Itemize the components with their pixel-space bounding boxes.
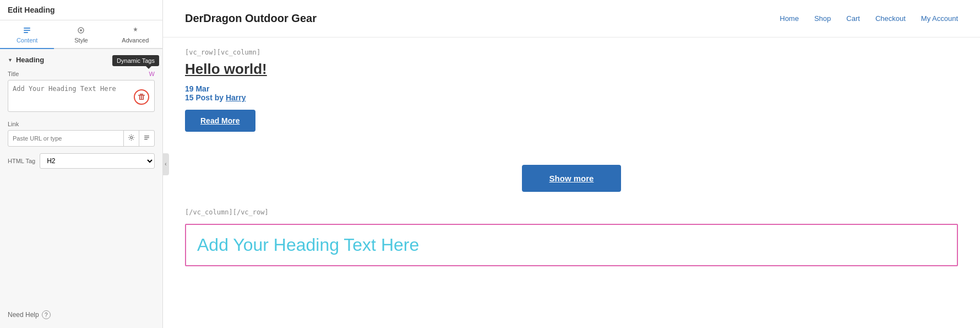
need-help-label: Need Help bbox=[8, 311, 39, 319]
title-label: Title bbox=[8, 71, 19, 77]
nav-link-myaccount[interactable]: My Account bbox=[921, 14, 958, 23]
post-title: Hello world! bbox=[185, 61, 958, 78]
list-icon bbox=[143, 134, 150, 141]
top-nav: DerDragon Outdoor Gear Home Shop Cart Ch… bbox=[163, 0, 980, 37]
nav-links: Home Shop Cart Checkout My Account bbox=[780, 14, 958, 23]
show-more-section: Show more bbox=[185, 165, 958, 192]
svg-point-4 bbox=[80, 29, 82, 31]
tab-style[interactable]: Style bbox=[54, 20, 108, 49]
help-icon: ? bbox=[42, 310, 51, 319]
post-meta: 19 Mar 15 Post by Harry bbox=[185, 84, 958, 102]
svg-rect-14 bbox=[144, 139, 148, 139]
panel-content-area: Heading Title W Dynamic Tags bbox=[0, 49, 162, 304]
need-help-section[interactable]: Need Help ? bbox=[0, 304, 162, 328]
svg-rect-8 bbox=[141, 96, 142, 100]
panel-title: Edit Heading bbox=[0, 0, 162, 20]
content-tab-label: Content bbox=[17, 37, 38, 44]
style-tab-icon bbox=[77, 26, 85, 35]
page-body: [vc_row][vc_column] Hello world! 19 Mar … bbox=[163, 37, 980, 328]
gear-icon bbox=[128, 134, 135, 141]
nav-link-home[interactable]: Home bbox=[780, 14, 799, 23]
post-date: 19 Mar bbox=[185, 84, 958, 93]
heading-editable-box[interactable]: Add Your Heading Text Here bbox=[185, 224, 958, 266]
link-field-row: Link bbox=[8, 121, 155, 147]
tab-content[interactable]: Content bbox=[0, 20, 54, 49]
link-input[interactable] bbox=[8, 132, 123, 145]
tab-advanced[interactable]: Advanced bbox=[108, 20, 162, 49]
dynamic-tags-tooltip: Dynamic Tags bbox=[112, 55, 159, 66]
title-textarea[interactable] bbox=[8, 80, 155, 112]
style-tab-label: Style bbox=[74, 37, 88, 44]
advanced-tab-label: Advanced bbox=[122, 37, 149, 44]
svg-rect-2 bbox=[24, 32, 28, 33]
show-more-button[interactable]: Show more bbox=[522, 165, 622, 192]
post-count: 15 Post by bbox=[185, 93, 226, 102]
shortcode-top: [vc_row][vc_column] bbox=[185, 49, 958, 56]
svg-rect-9 bbox=[143, 96, 144, 100]
chevron-left-icon: ‹ bbox=[165, 161, 166, 167]
html-tag-label: HTML Tag bbox=[8, 158, 35, 164]
svg-rect-1 bbox=[24, 30, 30, 31]
panel-tabs: Content Style Advanced bbox=[0, 20, 162, 49]
link-list-button[interactable] bbox=[139, 131, 154, 146]
main-content: DerDragon Outdoor Gear Home Shop Cart Ch… bbox=[163, 0, 980, 328]
nav-link-shop[interactable]: Shop bbox=[814, 14, 831, 23]
dynamic-tags-button[interactable]: W Dynamic Tags bbox=[149, 71, 155, 77]
post-card: Hello world! 19 Mar 15 Post by Harry Rea… bbox=[185, 61, 958, 165]
advanced-tab-icon bbox=[131, 26, 140, 35]
edit-panel: Edit Heading Content Style Advanced bbox=[0, 0, 163, 328]
nav-link-cart[interactable]: Cart bbox=[846, 14, 860, 23]
post-author-line: 15 Post by Harry bbox=[185, 93, 958, 102]
link-input-row bbox=[8, 130, 155, 147]
question-mark: ? bbox=[45, 312, 48, 318]
link-label: Link bbox=[8, 121, 19, 127]
html-tag-row: HTML Tag H2 H1 H3 H4 H5 H6 div span p bbox=[8, 153, 155, 169]
svg-rect-13 bbox=[144, 137, 149, 138]
svg-rect-6 bbox=[140, 94, 143, 95]
title-field-row: Title W Dynamic Tags bbox=[8, 71, 155, 114]
trash-icon bbox=[138, 93, 145, 101]
svg-rect-12 bbox=[144, 136, 149, 136]
title-textarea-wrapper bbox=[8, 80, 155, 114]
svg-point-11 bbox=[130, 137, 133, 139]
read-more-button[interactable]: Read More bbox=[185, 110, 255, 132]
link-settings-button[interactable] bbox=[123, 131, 139, 146]
title-field-label-row: Title W Dynamic Tags bbox=[8, 71, 155, 77]
svg-rect-7 bbox=[139, 96, 140, 100]
site-title: DerDragon Outdoor Gear bbox=[185, 12, 317, 25]
post-author-link[interactable]: Harry bbox=[226, 93, 246, 102]
heading-editable-text[interactable]: Add Your Heading Text Here bbox=[197, 235, 419, 255]
link-field-label-row: Link bbox=[8, 121, 155, 127]
html-tag-select[interactable]: H2 H1 H3 H4 H5 H6 div span p bbox=[40, 153, 155, 169]
shortcode-bottom: [/vc_column][/vc_row] bbox=[185, 208, 958, 216]
nav-link-checkout[interactable]: Checkout bbox=[875, 14, 906, 23]
svg-rect-0 bbox=[24, 28, 30, 29]
trash-button[interactable] bbox=[134, 89, 149, 105]
svg-rect-5 bbox=[138, 95, 145, 96]
svg-rect-10 bbox=[139, 99, 144, 100]
collapse-panel-button[interactable]: ‹ bbox=[162, 153, 169, 175]
content-tab-icon bbox=[23, 26, 31, 35]
